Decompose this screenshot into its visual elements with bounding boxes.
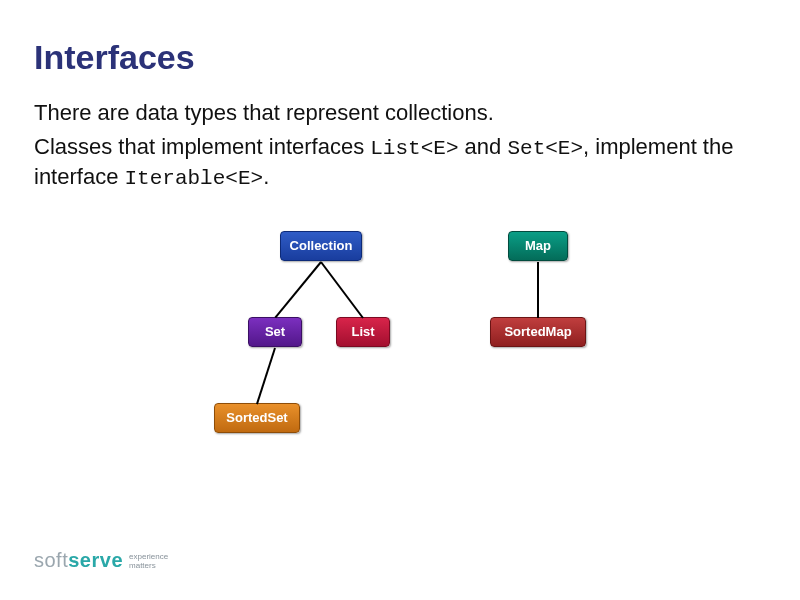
edge-collection-list xyxy=(320,261,364,318)
node-collection: Collection xyxy=(280,231,362,261)
tagline-line-2: matters xyxy=(129,561,156,570)
p2-text-a: Classes that implement interfaces xyxy=(34,134,370,159)
body-text: There are data types that represent coll… xyxy=(34,99,766,193)
softserve-logo: softserve xyxy=(34,549,123,572)
footer: softserve experience matters xyxy=(34,549,168,572)
slide: Interfaces There are data types that rep… xyxy=(0,0,800,600)
node-map: Map xyxy=(508,231,568,261)
page-title: Interfaces xyxy=(34,38,766,77)
paragraph-1: There are data types that represent coll… xyxy=(34,99,766,127)
node-set: Set xyxy=(248,317,302,347)
logo-soft: soft xyxy=(34,549,68,571)
node-sortedset: SortedSet xyxy=(214,403,300,433)
edge-map-sortedmap xyxy=(537,262,539,318)
p2-text-b: and xyxy=(458,134,507,159)
p2-text-d: . xyxy=(263,164,269,189)
logo-serve: serve xyxy=(68,549,123,571)
diagram-wrap: Collection Map Set List SortedMap Sorted… xyxy=(34,225,766,455)
edge-set-sortedset xyxy=(256,348,276,405)
node-sortedmap: SortedMap xyxy=(490,317,586,347)
tagline: experience matters xyxy=(129,552,168,570)
code-list-e: List<E> xyxy=(370,137,458,160)
edge-collection-set xyxy=(274,261,322,318)
hierarchy-diagram: Collection Map Set List SortedMap Sorted… xyxy=(170,225,630,455)
code-set-e: Set<E> xyxy=(507,137,583,160)
node-list: List xyxy=(336,317,390,347)
tagline-line-1: experience xyxy=(129,552,168,561)
code-iterable-e: Iterable<E> xyxy=(125,167,264,190)
paragraph-2: Classes that implement interfaces List<E… xyxy=(34,133,766,193)
